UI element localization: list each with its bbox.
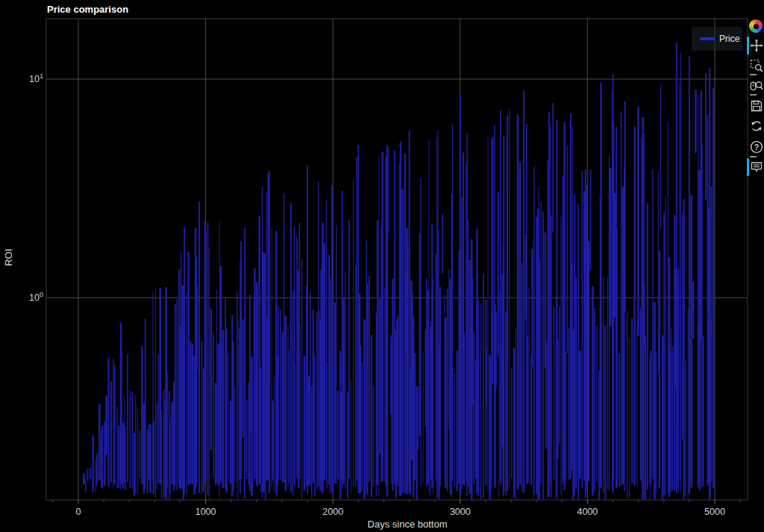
help-icon: ? — [750, 140, 763, 154]
toolbar: ? — [747, 16, 764, 188]
box-zoom-menu-caret[interactable] — [750, 74, 757, 75]
svg-text:?: ? — [754, 143, 759, 151]
legend-label-price: Price — [719, 34, 739, 44]
wheel-zoom-menu-caret[interactable] — [750, 94, 757, 96]
help-tool-button[interactable]: ? — [749, 140, 764, 154]
hover-tool-button[interactable] — [749, 160, 764, 175]
svg-text:3000: 3000 — [450, 507, 471, 517]
pan-tool-button[interactable] — [749, 38, 764, 53]
svg-text:100: 100 — [29, 291, 43, 303]
legend-swatch-price — [700, 37, 715, 40]
wheel-zoom-icon — [750, 79, 763, 93]
bokeh-logo[interactable] — [749, 19, 763, 33]
reset-tool-button[interactable] — [749, 119, 764, 134]
help-menu-caret[interactable] — [750, 156, 757, 157]
save-tool-button[interactable] — [749, 98, 764, 113]
svg-text:1000: 1000 — [195, 507, 216, 517]
svg-text:101: 101 — [29, 72, 43, 84]
svg-text:2000: 2000 — [322, 507, 343, 517]
save-icon — [750, 99, 763, 113]
move-icon — [750, 39, 763, 52]
reset-icon — [750, 119, 763, 133]
plot-canvas[interactable]: 010002000300040005000100101 — [0, 0, 764, 532]
svg-text:0: 0 — [76, 507, 81, 517]
svg-text:4000: 4000 — [577, 507, 598, 517]
box-zoom-icon — [750, 59, 763, 72]
bokeh-figure: 010002000300040005000100101 Price compar… — [0, 0, 764, 532]
legend[interactable]: Price — [692, 27, 742, 51]
box-zoom-tool-button[interactable] — [749, 58, 764, 73]
plot-title: Price comparison — [47, 4, 128, 15]
hover-icon — [750, 160, 763, 174]
wheel-zoom-tool-button[interactable] — [749, 78, 764, 93]
svg-text:5000: 5000 — [704, 507, 725, 517]
y-axis-label: ROI — [3, 248, 14, 266]
x-axis-label: Days since bottom — [368, 519, 448, 530]
